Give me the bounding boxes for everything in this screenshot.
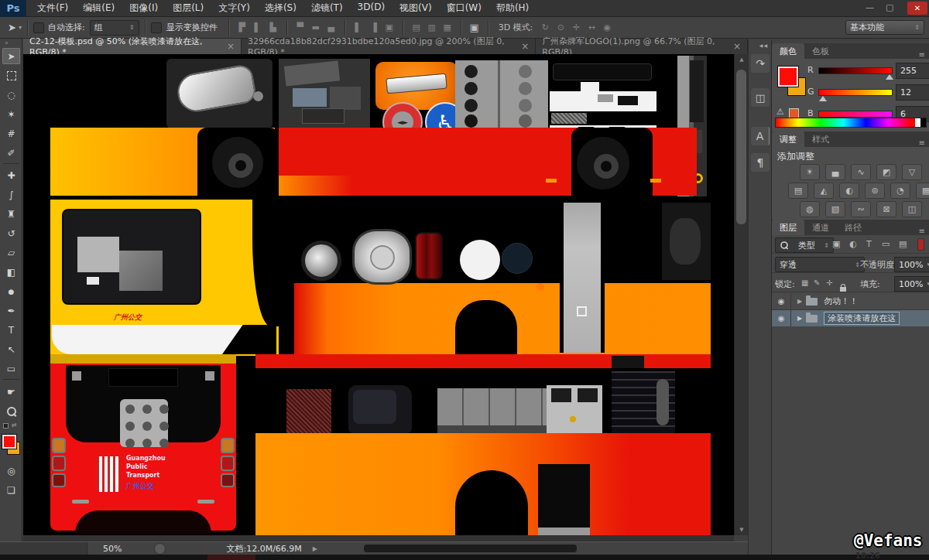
adjustment-icon[interactable]: ⊠ [876,201,896,217]
menu-image[interactable]: 图像(I) [129,2,158,15]
channel-g-value[interactable]: 12 [896,84,929,101]
close-button[interactable]: ✕ [907,2,927,15]
horizontal-scrollbar[interactable] [23,535,734,541]
status-menu-arrow-icon[interactable]: ▶ [313,545,317,552]
align-icon[interactable]: ▙ [266,21,281,35]
lock-transparency-icon[interactable]: ▦ [801,278,808,287]
adjustment-icon[interactable]: ◍ [800,201,820,217]
expand-triangle-icon[interactable]: ▶ [797,315,802,322]
adjustment-icon[interactable]: ▤ [788,183,808,199]
layer-row-livery-here[interactable]: ◉ ▶ 涂装喷漆请放在这 [772,310,929,327]
spectrum-black-chip[interactable] [920,118,926,127]
blur-tool[interactable]: ● [2,283,20,299]
channel-r-slider[interactable] [818,67,893,74]
adjustment-icon[interactable]: ◭ [814,183,834,199]
brush-tool[interactable]: ∫ [2,186,20,203]
foreground-swatch[interactable] [778,67,798,87]
filter-smartobject-icon[interactable]: ▤ [899,239,907,249]
foreground-color-swatch[interactable] [2,435,16,449]
type-tool[interactable]: T [2,322,20,338]
hand-tool[interactable]: ☛ [2,384,20,400]
distribute-icon[interactable]: ▌ [351,21,366,35]
clone-stamp-tool[interactable]: ♜ [2,206,20,222]
quick-mask-button[interactable]: ◎ [2,463,20,479]
tool-preset-arrow-icon[interactable]: ▾ [19,25,22,31]
horizontal-scroll-thumb[interactable] [364,545,577,552]
document-canvas[interactable]: ◄► ♿ [23,54,734,535]
crop-tool[interactable]: # [2,125,20,142]
lasso-tool[interactable]: ◌ [2,87,20,103]
channel-g-thumb[interactable] [819,96,827,101]
eraser-tool[interactable]: ▱ [2,244,20,261]
tab-swatches[interactable]: 色板 [804,43,837,59]
scroll-down-icon[interactable]: ▼ [735,524,749,535]
auto-select-dropdown[interactable]: 组 ⇕ [90,20,139,36]
channel-g-slider[interactable] [818,89,893,96]
toolbar-grip[interactable]: » [5,39,9,46]
gamut-warning-icon[interactable]: ⚠ [776,107,784,117]
expand-panels-icon[interactable]: ◀◀ [759,43,768,48]
vertical-scrollbar[interactable]: ▲ ▼ [734,54,748,535]
tab-styles[interactable]: 样式 [804,131,837,147]
menu-filter[interactable]: 滤镜(T) [311,2,343,15]
adjustment-icon[interactable]: ◔ [890,183,910,199]
lock-pixels-icon[interactable]: ✎ [814,278,820,287]
layer-name[interactable]: 勿动！！ [824,295,858,307]
vertical-scroll-thumb[interactable] [736,70,746,224]
adjustment-icon[interactable]: ◫ [902,201,922,217]
gradient-tool[interactable]: ◧ [2,264,20,280]
visibility-toggle[interactable]: ◉ [772,310,791,326]
document-size-info[interactable]: 文档:12.0M/66.9M [226,543,301,555]
scroll-up-icon[interactable]: ▲ [735,54,749,65]
expand-triangle-icon[interactable]: ▶ [797,298,802,305]
menu-3d[interactable]: 3D(D) [358,2,385,15]
adjustment-icon[interactable]: ▦ [916,183,929,199]
filter-type-icon[interactable]: T [866,239,872,249]
align-icon[interactable]: ▛ [235,21,250,35]
auto-select-checkbox[interactable] [33,22,44,33]
channel-r-value[interactable]: 255 [896,63,929,79]
path-select-tool[interactable]: ↖ [2,341,20,357]
3d-mode-icon[interactable]: ◉ [599,21,615,35]
panel-menu-icon[interactable]: ≡ [919,50,925,59]
adjustment-icon[interactable]: ◩ [876,164,896,180]
minimize-button[interactable]: — [866,2,874,12]
properties-panel-icon[interactable]: ◫ [751,88,770,107]
lock-all-icon[interactable] [840,287,846,292]
tab-channels[interactable]: 通道 [804,220,837,235]
adjustment-icon[interactable]: ▧ [825,201,845,217]
eyedropper-tool[interactable]: ✐ [2,145,20,161]
align-icon[interactable]: ▬ [308,21,324,35]
marquee-tool[interactable] [2,67,20,84]
adjustment-icon[interactable]: ☀ [800,164,820,180]
adjustment-icon[interactable]: ∾ [851,201,871,217]
paragraph-panel-icon[interactable]: ¶ [751,153,770,172]
tab-layers[interactable]: 图层 [772,220,804,235]
menu-help[interactable]: 帮助(H) [496,2,529,15]
zoom-level-field[interactable]: 50% [103,544,122,554]
align-icon[interactable]: ▀ [293,21,308,35]
channel-b-slider[interactable] [818,111,893,118]
document-tab-1[interactable]: C2-12-模板.psd @ 50% (涂装喷漆请放在这, RGB/8) * × [23,39,242,54]
distribute-icon[interactable]: ▣ [382,21,397,35]
filter-shape-icon[interactable]: ▭ [882,239,890,249]
history-brush-tool[interactable]: ↺ [2,225,20,241]
adjustment-icon[interactable]: ▄ [825,164,845,180]
align-icon[interactable]: ▌ [250,21,266,35]
zoom-tool[interactable] [2,403,20,419]
document-tab-3[interactable]: 广州杂牌军LOGO(1).png @ 66.7% (图层 0, RGB/8) × [536,39,748,54]
distribute-icon[interactable]: ▥ [424,21,440,35]
channel-r-thumb[interactable] [886,74,893,80]
auto-align-icon[interactable]: ▣ [467,21,482,35]
visibility-toggle[interactable]: ◉ [772,293,791,309]
3d-mode-icon[interactable]: ⊙ [553,21,568,35]
distribute-icon[interactable]: ▐ [366,21,382,35]
show-transform-checkbox[interactable] [151,22,162,33]
pen-tool[interactable]: ✒ [2,302,20,319]
opacity-field[interactable]: 100% ▾ [894,257,929,272]
tab-close-icon[interactable]: × [227,41,235,52]
tab-close-icon[interactable]: × [733,41,741,52]
history-panel-icon[interactable]: ↷ [751,54,770,73]
3d-mode-icon[interactable]: ↻ [537,21,553,35]
menu-file[interactable]: 文件(F) [37,2,68,15]
